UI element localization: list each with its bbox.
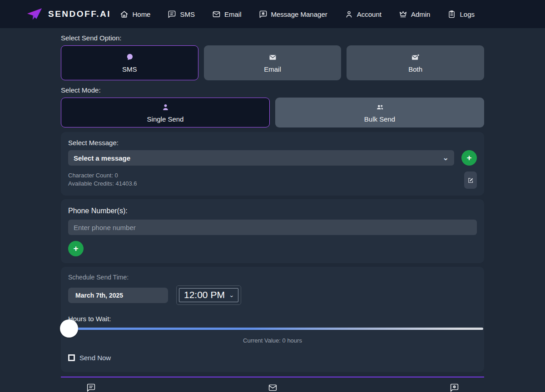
send-option-sms-button[interactable]: SMS <box>61 45 198 80</box>
schedule-card: Schedule Send Time: March 7th, 2025 12:0… <box>61 267 484 372</box>
send-now-checkbox[interactable] <box>68 354 75 361</box>
nav-links: Home SMS Email Message Manager Account A… <box>120 10 475 19</box>
schedule-label: Schedule Send Time: <box>68 274 477 281</box>
send-now-label: Send Now <box>79 354 111 362</box>
mode-single-send-button[interactable]: Single Send <box>61 98 270 127</box>
phone-label: Phone Number(s): <box>68 207 477 215</box>
send-option-label: Select Send Option: <box>61 34 484 42</box>
date-input[interactable]: March 7th, 2025 <box>68 288 168 303</box>
nav-item-home[interactable]: Home <box>120 10 150 19</box>
slider-current-value: Current Value: 0 hours <box>68 337 477 344</box>
send-option-email-button[interactable]: Email <box>204 45 342 80</box>
available-credits: Available Credits: 41403.6 <box>68 180 137 188</box>
chat-bubble-filled-icon <box>125 53 134 62</box>
crown-icon <box>399 10 407 19</box>
phone-card: Phone Number(s): + <box>61 199 484 263</box>
message-select[interactable]: Select a message ⌄ <box>68 150 454 166</box>
character-count: Character Count: 0 <box>68 172 137 180</box>
nav-item-logs[interactable]: Logs <box>447 10 475 19</box>
add-phone-button[interactable]: + <box>68 241 84 256</box>
time-select-value: 12:00 PM <box>184 289 225 300</box>
chat-icon <box>86 383 96 392</box>
message-gear-icon <box>450 383 459 392</box>
brand[interactable]: SENDOFF.AI <box>26 7 111 21</box>
envelope-icon <box>212 10 221 19</box>
message-gear-icon <box>259 10 268 19</box>
mode-row: Single Send Bulk Send <box>61 98 484 127</box>
slider-track[interactable] <box>62 328 483 330</box>
slider-thumb[interactable] <box>60 319 78 338</box>
brand-name: SENDOFF.AI <box>48 9 111 19</box>
time-select-wrapper: 12:00 PM ⌄ <box>176 285 241 305</box>
main-content: Select Send Option: SMS Email Both Selec… <box>61 28 484 372</box>
home-icon <box>120 10 129 19</box>
nav-item-email[interactable]: Email <box>212 10 242 19</box>
footer-nav: SMS Email Message Manager <box>0 383 545 392</box>
mode-label: Select Mode: <box>61 86 484 94</box>
hours-slider <box>62 323 483 335</box>
edit-icon <box>467 177 474 184</box>
send-option-row: SMS Email Both <box>61 45 484 80</box>
add-message-button[interactable]: + <box>461 150 477 166</box>
chevron-down-icon: ⌄ <box>229 293 234 297</box>
footer-item-sms[interactable]: SMS <box>0 383 182 392</box>
person-icon <box>345 10 353 19</box>
nav-item-admin[interactable]: Admin <box>399 10 431 19</box>
mode-bulk-send-button[interactable]: Bulk Send <box>275 98 484 127</box>
hours-to-wait-label: Hours to Wait: <box>68 315 477 323</box>
phone-number-input[interactable] <box>68 220 477 235</box>
nav-item-sms[interactable]: SMS <box>168 10 195 19</box>
clipboard-icon <box>447 10 456 19</box>
edit-message-button[interactable] <box>464 172 477 189</box>
send-option-both-button[interactable]: Both <box>347 45 484 80</box>
envelope-filled-icon <box>268 53 277 62</box>
nav-item-message-manager[interactable]: Message Manager <box>259 10 327 19</box>
footer-item-email[interactable]: Email <box>182 383 363 392</box>
chat-icon <box>168 10 176 19</box>
send-now-row: Send Now <box>68 354 477 365</box>
select-message-card: Select Message: Select a message ⌄ + Cha… <box>61 132 484 196</box>
paper-plane-logo-icon <box>26 7 43 21</box>
time-select[interactable]: 12:00 PM ⌄ <box>179 288 238 302</box>
select-message-label: Select Message: <box>68 139 477 147</box>
envelope-dot-icon <box>411 53 420 62</box>
message-meta: Character Count: 0 Available Credits: 41… <box>68 172 137 188</box>
footer-item-message-manager[interactable]: Message Manager <box>363 383 545 392</box>
envelope-icon <box>268 383 277 392</box>
person-filled-icon <box>161 103 170 112</box>
top-navbar: SENDOFF.AI Home SMS Email Message Manage… <box>0 0 545 28</box>
people-filled-icon <box>375 103 385 112</box>
chevron-down-icon: ⌄ <box>443 156 449 160</box>
footer-divider <box>61 377 484 377</box>
nav-item-account[interactable]: Account <box>345 10 382 19</box>
message-select-value: Select a message <box>74 154 130 162</box>
